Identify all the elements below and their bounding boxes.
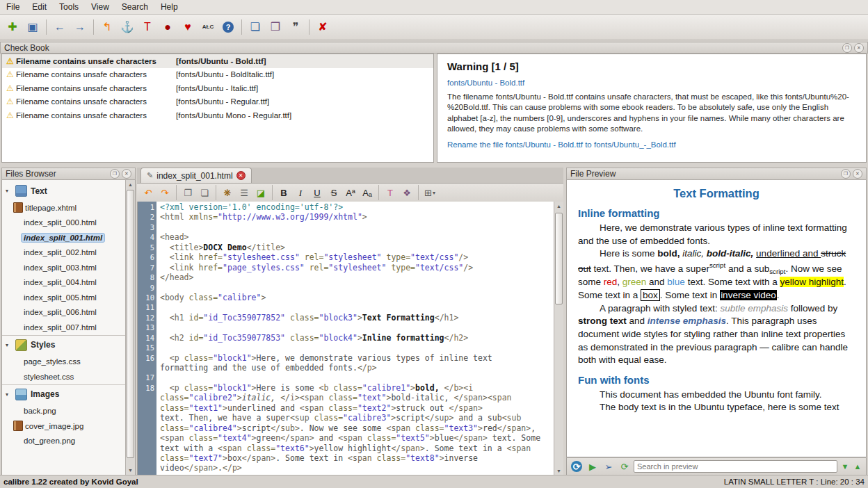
forward-icon[interactable]: →	[71, 18, 89, 36]
close-tab-icon[interactable]: ✕	[236, 171, 246, 180]
title-icon[interactable]: T	[138, 18, 156, 36]
undock-panel-icon[interactable]: ❐	[841, 169, 851, 179]
warning-row[interactable]: ⚠Filename contains unsafe characters[fon…	[2, 95, 433, 109]
file-item[interactable]: stylesheet.css	[2, 369, 126, 384]
underline-icon[interactable]: U	[310, 185, 325, 200]
code-line: <p class="block1">Here is some <b class=…	[160, 383, 554, 393]
preview-paragraph: Here, we demonstrate various types of in…	[578, 222, 855, 247]
help-icon[interactable]: ?	[219, 18, 237, 36]
menu-item-view[interactable]: View	[85, 0, 115, 14]
menubar: FileEditToolsViewSearchHelp	[0, 0, 868, 15]
menu-item-search[interactable]: Search	[115, 0, 154, 14]
editor-scrollbar[interactable]: ▲ ▼	[554, 202, 563, 475]
code-line: <html xmlns="http://www.w3.org/1999/xhtm…	[160, 212, 554, 222]
menu-item-edit[interactable]: Edit	[26, 0, 53, 14]
file-item[interactable]: titlepage.xhtml	[2, 200, 126, 215]
close-panel-icon[interactable]: ✕	[854, 43, 864, 53]
file-item[interactable]: dot_green.png	[2, 434, 126, 449]
file-item[interactable]: cover_image.jpg	[2, 418, 126, 434]
save-icon[interactable]: ▣	[24, 18, 42, 36]
tab-index-split-001[interactable]: ✎ index_split_001.html ✕	[140, 168, 252, 183]
preview-document[interactable]: Text FormattingInline formattingHere, we…	[566, 180, 867, 457]
code-line: class="text7">box</span>. Some text in <…	[160, 453, 554, 463]
file-item[interactable]: index_split_004.html	[2, 275, 126, 291]
file-item[interactable]: index_split_007.html	[2, 320, 126, 335]
refresh-icon[interactable]: ⟳	[618, 459, 632, 473]
strike-icon[interactable]: S	[326, 185, 341, 200]
bold-icon[interactable]: B	[276, 185, 291, 200]
open-browser-icon[interactable]: ➢	[602, 459, 616, 473]
close-panel-icon[interactable]: ✕	[122, 169, 131, 179]
tree-section-images[interactable]: ▾Images	[2, 384, 126, 404]
warning-fix-link[interactable]: Rename the file fonts/Ubuntu - Bold.ttf …	[447, 140, 856, 149]
outline-icon[interactable]: ☰	[236, 185, 252, 200]
close-panel-icon[interactable]: ✕	[853, 169, 862, 179]
warning-file-link[interactable]: fonts/Ubuntu - Bold.ttf	[447, 79, 856, 87]
scrollbar-thumb[interactable]	[555, 213, 563, 304]
scroll-down-icon[interactable]: ▼	[126, 466, 135, 475]
back-icon[interactable]: ←	[51, 18, 69, 36]
superscript-icon[interactable]: Aª	[343, 185, 358, 200]
smarten-punctuation-icon[interactable]: ❞	[287, 18, 305, 36]
grid-blue-icon	[15, 185, 27, 197]
expand-icon[interactable]: ▾	[6, 342, 12, 348]
file-item[interactable]: index_split_000.html	[2, 215, 126, 231]
menu-item-tools[interactable]: Tools	[53, 0, 85, 14]
file-item[interactable]: index_split_001.html	[2, 230, 126, 245]
scroll-up-icon[interactable]: ▲	[554, 202, 563, 211]
warning-list[interactable]: ⚠Filename contains unsafe characters[fon…	[1, 54, 434, 163]
remove-icon[interactable]: ✘	[314, 18, 332, 36]
undock-panel-icon[interactable]: ❐	[842, 43, 852, 53]
line-number: 14	[138, 333, 154, 343]
undo-icon[interactable]: ↶	[140, 185, 156, 200]
new-file-icon[interactable]: ✚	[3, 18, 22, 36]
next-match-icon[interactable]: ▼	[839, 459, 851, 473]
anchor-icon[interactable]: ⚓	[118, 18, 136, 36]
tree-section-text[interactable]: ▾Text	[2, 181, 126, 200]
special-characters-icon[interactable]: AŁC	[199, 18, 217, 36]
check-book-bug-icon[interactable]: ●	[159, 18, 177, 36]
expand-icon[interactable]: ▾	[6, 391, 12, 398]
italic-icon[interactable]: I	[293, 185, 308, 200]
paste-icon[interactable]: ❏	[197, 185, 212, 200]
donate-heart-icon[interactable]: ♥	[179, 18, 197, 36]
file-item[interactable]: index_split_002.html	[2, 245, 126, 261]
sweep-icon[interactable]: ❋	[220, 185, 235, 200]
expand-icon[interactable]: ▾	[6, 188, 12, 194]
line-number: 12	[138, 313, 154, 323]
warning-row[interactable]: ⚠Filename contains unsafe characters[fon…	[2, 108, 433, 122]
code-line	[160, 222, 554, 232]
redo-icon[interactable]: ↷	[157, 185, 172, 200]
preview-search-input[interactable]	[634, 460, 837, 473]
insert-special-icon[interactable]: ❖	[399, 185, 415, 200]
subscript-icon[interactable]: Aₐ	[360, 185, 375, 200]
warning-row[interactable]: ⚠Filename contains unsafe characters[fon…	[2, 68, 433, 82]
jump-icon[interactable]: ↰	[98, 18, 116, 36]
file-item[interactable]: page_styles.css	[2, 355, 126, 370]
file-item[interactable]: index_split_005.html	[2, 290, 126, 305]
scrollbar-thumb[interactable]	[127, 190, 134, 458]
warning-row[interactable]: ⚠Filename contains unsafe characters[fon…	[2, 81, 433, 95]
tree-section-styles[interactable]: ▾Styles	[2, 335, 126, 355]
menu-item-help[interactable]: Help	[154, 0, 184, 14]
text-color-icon[interactable]: T	[383, 185, 398, 200]
file-item[interactable]: index_split_003.html	[2, 260, 126, 275]
preview-toolbar-icons: ⟳▶➢⟳	[570, 459, 632, 473]
scroll-up-icon[interactable]: ▲	[126, 180, 135, 189]
file-item[interactable]: index_split_006.html	[2, 305, 126, 320]
insert-table-icon[interactable]: ⊞▾	[422, 185, 437, 200]
code-editor[interactable]: 12345678910111213141516 1718 <?xml versi…	[137, 202, 554, 475]
window-icon[interactable]: ❒	[266, 18, 284, 36]
prev-match-icon[interactable]: ▲	[852, 459, 863, 473]
insert-image-icon[interactable]: ◪	[253, 185, 268, 200]
undock-panel-icon[interactable]: ❐	[110, 169, 120, 179]
preview-doc-icon[interactable]: ❏	[246, 18, 264, 36]
menu-item-file[interactable]: File	[0, 0, 26, 14]
live-reload-icon[interactable]: ⟳	[570, 459, 584, 473]
copy-icon[interactable]: ❐	[180, 185, 195, 200]
run-preview-icon[interactable]: ▶	[586, 459, 600, 473]
files-scrollbar[interactable]: ▲ ▼	[125, 180, 135, 475]
warning-row[interactable]: ⚠Filename contains unsafe characters[fon…	[2, 54, 433, 68]
file-item[interactable]: back.png	[2, 404, 126, 419]
file-tree[interactable]: ▾Texttitlepage.xhtmlindex_split_000.html…	[2, 181, 126, 475]
